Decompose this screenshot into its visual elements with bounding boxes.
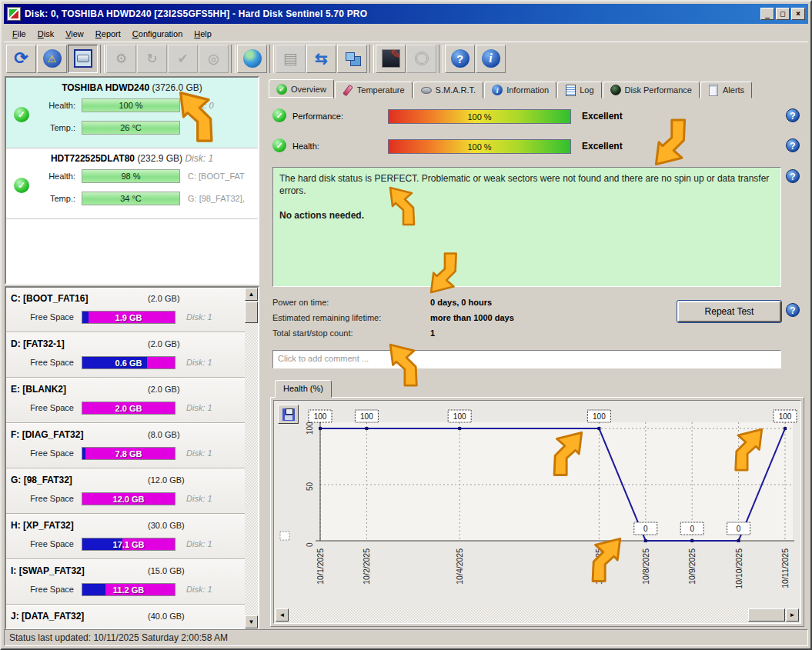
disk-size: (3726.0 GB) <box>152 82 202 93</box>
free-space-value: 2.0 GB <box>82 402 175 415</box>
scroll-up-button[interactable]: ▲ <box>245 288 258 301</box>
repeat-test-button[interactable]: Repeat Test <box>677 301 781 322</box>
free-space-bar: 2.0 GB <box>82 402 175 415</box>
health-row: ✓ Health: 100 % Excellent <box>272 138 807 155</box>
svg-text:0: 0 <box>690 525 694 533</box>
svg-text:0: 0 <box>737 525 741 533</box>
tab-label: Information <box>506 85 549 95</box>
disk-right-text-1: Disk: 0 <box>180 101 258 110</box>
svg-text:10/2/2025: 10/2/2025 <box>362 548 371 585</box>
partition-item[interactable]: I: [SWAP_FAT32] (15.0 GB) Free Space 11.… <box>6 560 245 605</box>
free-space-label: Free Space <box>11 448 82 458</box>
main-tab[interactable]: Log <box>557 82 601 98</box>
tab-icon <box>610 85 621 95</box>
partition-item[interactable]: H: [XP_FAT32] (30.0 GB) Free Space 17.1 … <box>6 515 245 560</box>
comment-input[interactable]: Click to add comment ... <box>272 350 781 368</box>
partition-item[interactable]: D: [FAT32-1] (2.0 GB) Free Space 0.6 GB … <box>6 333 245 378</box>
sync-toolbar-button[interactable] <box>306 45 336 73</box>
svg-text:10/9/2025: 10/9/2025 <box>687 548 697 585</box>
disk-list-item[interactable]: HDT722525DLAT80 (232.9 GB) Disk: 1 ✓ Hea… <box>6 148 258 219</box>
performance-rating: Excellent <box>571 111 740 122</box>
partition-name: D: [FAT32-1] <box>11 338 148 349</box>
free-space-label: Free Space <box>11 358 82 367</box>
health-history-chart: 05010010010010010000010010/1/202510/2/20… <box>274 401 807 602</box>
svg-text:10/7/2025: 10/7/2025 <box>594 548 603 585</box>
menu-item[interactable]: Report <box>90 27 127 41</box>
chart-scroll-left-button[interactable]: ◄ <box>276 608 289 622</box>
partition-item[interactable]: E: [BLANK2] (2.0 GB) Free Space 2.0 GB D… <box>6 378 245 424</box>
free-space-value: 11.2 GB <box>82 584 175 596</box>
free-space-value: 17.1 GB <box>82 538 175 551</box>
menu-item[interactable]: View <box>60 27 90 41</box>
close-button[interactable]: × <box>791 8 805 20</box>
disk-ok-icon: ✓ <box>14 178 29 193</box>
performance-help-icon[interactable]: ? <box>786 108 800 122</box>
detect-disks-toolbar-button[interactable] <box>68 45 98 73</box>
partition-name: J: [DATA_FAT32] <box>11 611 148 622</box>
menu-item[interactable]: Help <box>189 27 218 41</box>
health-help-icon[interactable]: ? <box>786 138 800 152</box>
partition-size: (2.0 GB) <box>148 339 180 348</box>
main-tab[interactable]: Information <box>484 82 556 98</box>
maximize-button[interactable]: □ <box>776 8 790 20</box>
repeat-test-help-icon[interactable]: ? <box>786 303 800 317</box>
disk-list-item[interactable]: TOSHIBA HDWD240 (3726.0 GB) ✓ Health: 10… <box>6 78 258 148</box>
main-tab[interactable]: Overview <box>269 79 334 98</box>
network-toolbar-button[interactable] <box>337 45 367 73</box>
svg-text:100: 100 <box>593 412 606 421</box>
partition-scrollbar[interactable]: ▲ ▼ <box>245 288 258 628</box>
network-icon <box>343 49 362 68</box>
main-tab[interactable]: S.M.A.R.T. <box>413 82 484 98</box>
sound-icon <box>413 49 431 68</box>
chart-tab-health[interactable]: Health (%) <box>275 380 332 398</box>
svg-text:0: 0 <box>306 542 314 547</box>
test-toolbar-button[interactable] <box>376 45 406 73</box>
health-bar: 98 % <box>82 169 180 183</box>
detect-disks-icon <box>74 49 92 68</box>
svg-text:10/8/2025: 10/8/2025 <box>641 548 650 585</box>
health-history-panel: Health (%) 05010010010010010000010010/1/… <box>269 378 807 628</box>
chart-scrollbar[interactable]: ◄ ► <box>276 608 799 622</box>
scrollbar-thumb[interactable] <box>245 302 258 323</box>
status-help-icon[interactable]: ? <box>786 169 800 183</box>
menu-item[interactable]: Configuration <box>127 27 189 41</box>
svg-text:100: 100 <box>779 412 792 421</box>
save-chart-button[interactable] <box>278 405 299 424</box>
main-tab[interactable]: Temperature <box>335 82 413 98</box>
chart-scrollbar-thumb[interactable] <box>748 608 785 622</box>
partition-item[interactable]: C: [BOOT_FAT16] (2.0 GB) Free Space 1.9 … <box>6 288 245 333</box>
partition-item[interactable]: F: [DIAG_FAT32] (8.0 GB) Free Space 7.8 … <box>6 424 245 469</box>
refresh-toolbar-button[interactable] <box>6 45 36 73</box>
svg-text:100: 100 <box>314 412 327 421</box>
partition-size: (30.0 GB) <box>148 521 185 530</box>
about-toolbar-button[interactable] <box>476 45 506 73</box>
partition-disk-number: Disk: 1 <box>175 585 240 594</box>
health-rating: Excellent <box>571 141 740 152</box>
menu-item[interactable]: Disk <box>32 27 60 41</box>
minimize-button[interactable]: _ <box>760 8 774 20</box>
disk-status-action: No actions needed. <box>279 209 774 222</box>
menu-item[interactable]: File <box>7 27 32 41</box>
power-on-time-row: Power on time: 0 days, 0 hours <box>272 298 492 313</box>
partition-disk-number: Disk: 1 <box>175 448 240 458</box>
partition-size: (40.0 GB) <box>148 612 185 621</box>
help-toolbar-button[interactable] <box>445 45 475 73</box>
performance-gauge: 100 % <box>388 109 571 124</box>
alert-settings-icon <box>43 49 62 68</box>
sound-toolbar-button <box>406 45 436 73</box>
temp-label: Temp.: <box>6 194 82 203</box>
titlebar[interactable]: Disk: 0, TOSHIBA HDWD240 [Z3I2S5GFS5HH] … <box>4 4 808 24</box>
partition-disk-number: Disk: 1 <box>175 403 240 412</box>
tool-check-toolbar-button <box>168 45 198 73</box>
chart-scroll-right-button[interactable]: ► <box>786 608 799 622</box>
disk-status-textbox: The hard disk status is PERFECT. Problem… <box>272 167 781 287</box>
partition-item[interactable]: J: [DATA_FAT32] (40.0 GB) Free Space <box>6 605 245 628</box>
svg-text:100: 100 <box>453 412 466 421</box>
alert-settings-toolbar-button[interactable] <box>37 45 67 73</box>
partition-item[interactable]: G: [98_FAT32] (12.0 GB) Free Space 12.0 … <box>6 469 245 515</box>
partition-name: E: [BLANK2] <box>11 384 148 395</box>
main-tab[interactable]: Disk Performance <box>603 82 700 98</box>
world-toolbar-button[interactable] <box>237 45 267 73</box>
main-tab[interactable]: Alerts <box>700 82 752 98</box>
scroll-down-button[interactable]: ▼ <box>245 615 258 628</box>
